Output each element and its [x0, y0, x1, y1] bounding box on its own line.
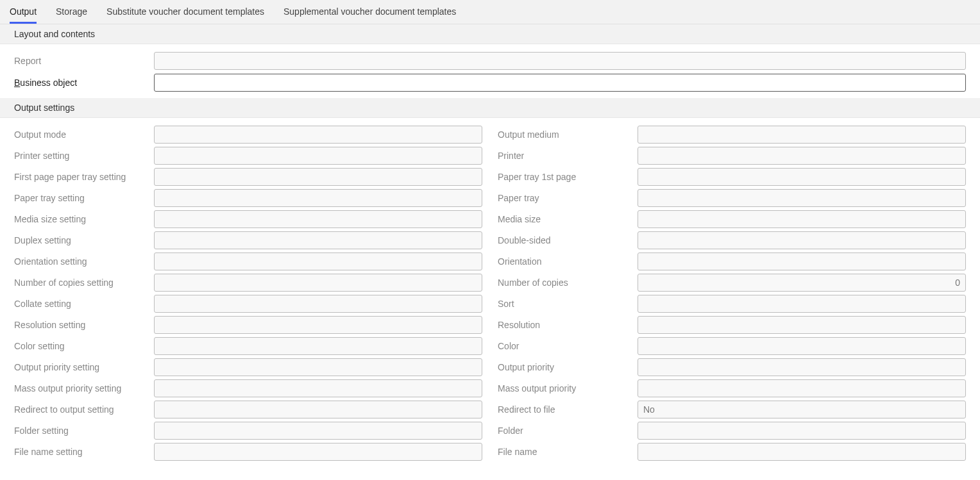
label-left-printer-setting: Printer setting: [14, 151, 149, 161]
label-right-color: Color: [498, 341, 632, 351]
layout-form: Report Business object: [0, 44, 980, 98]
input-right-resolution[interactable]: [638, 316, 966, 334]
row-right-double-sided: Double-sided: [498, 231, 966, 249]
row-left-resolution-setting: Resolution setting: [14, 316, 482, 334]
input-left-output-priority-setting[interactable]: [154, 358, 482, 376]
input-left-redirect-to-output-setting[interactable]: [154, 401, 482, 418]
row-left-collate-setting: Collate setting: [14, 295, 482, 313]
row-left-number-of-copies-setting: Number of copies setting: [14, 274, 482, 292]
label-right-folder: Folder: [498, 426, 632, 436]
input-right-file-name[interactable]: [638, 443, 966, 461]
row-left-output-priority-setting: Output priority setting: [14, 358, 482, 376]
input-left-color-setting[interactable]: [154, 337, 482, 355]
label-left-orientation-setting: Orientation setting: [14, 256, 149, 267]
label-right-media-size: Media size: [498, 214, 632, 224]
input-left-resolution-setting[interactable]: [154, 316, 482, 334]
output-settings-right-col: Output mediumPrinterPaper tray 1st pageP…: [498, 126, 966, 464]
input-left-paper-tray-setting[interactable]: [154, 189, 482, 207]
section-output-settings: Output settings: [0, 98, 980, 118]
input-right-number-of-copies[interactable]: [638, 274, 966, 292]
input-right-color[interactable]: [638, 337, 966, 355]
label-business-object: Business object: [14, 78, 149, 88]
input-left-folder-setting[interactable]: [154, 422, 482, 440]
tab-substitute-voucher[interactable]: Substitute voucher document templates: [106, 0, 264, 24]
tab-output[interactable]: Output: [10, 0, 37, 24]
label-left-duplex-setting: Duplex setting: [14, 235, 149, 245]
label-left-paper-tray-setting: Paper tray setting: [14, 193, 149, 203]
input-right-mass-output-priority[interactable]: [638, 379, 966, 397]
label-left-resolution-setting: Resolution setting: [14, 320, 149, 330]
row-left-media-size-setting: Media size setting: [14, 210, 482, 228]
row-right-sort: Sort: [498, 295, 966, 313]
input-right-media-size[interactable]: [638, 210, 966, 228]
input-right-output-priority[interactable]: [638, 358, 966, 376]
input-left-number-of-copies-setting[interactable]: [154, 274, 482, 292]
label-right-file-name: File name: [498, 447, 632, 457]
row-left-output-mode: Output mode: [14, 126, 482, 144]
input-right-output-medium[interactable]: [638, 126, 966, 144]
row-right-color: Color: [498, 337, 966, 355]
row-right-file-name: File name: [498, 443, 966, 461]
label-right-sort: Sort: [498, 299, 632, 309]
row-right-redirect-to-file: Redirect to file: [498, 401, 966, 418]
input-right-orientation[interactable]: [638, 252, 966, 270]
input-left-media-size-setting[interactable]: [154, 210, 482, 228]
tab-storage[interactable]: Storage: [56, 0, 87, 24]
input-right-paper-tray[interactable]: [638, 189, 966, 207]
label-right-orientation: Orientation: [498, 256, 632, 267]
row-left-redirect-to-output-setting: Redirect to output setting: [14, 401, 482, 418]
input-left-printer-setting[interactable]: [154, 147, 482, 165]
input-left-file-name-setting[interactable]: [154, 443, 482, 461]
label-right-resolution: Resolution: [498, 320, 632, 330]
input-right-printer[interactable]: [638, 147, 966, 165]
label-left-file-name-setting: File name setting: [14, 447, 149, 457]
label-left-folder-setting: Folder setting: [14, 426, 149, 436]
input-right-sort[interactable]: [638, 295, 966, 313]
input-left-first-page-paper-tray-setting[interactable]: [154, 168, 482, 186]
row-right-paper-tray: Paper tray: [498, 189, 966, 207]
label-right-output-medium: Output medium: [498, 129, 632, 140]
output-settings-grid: Output modePrinter settingFirst page pap…: [0, 118, 980, 467]
input-right-double-sided[interactable]: [638, 231, 966, 249]
row-right-paper-tray-1st-page: Paper tray 1st page: [498, 168, 966, 186]
input-left-duplex-setting[interactable]: [154, 231, 482, 249]
row-left-paper-tray-setting: Paper tray setting: [14, 189, 482, 207]
label-left-first-page-paper-tray-setting: First page paper tray setting: [14, 172, 149, 182]
input-left-orientation-setting[interactable]: [154, 252, 482, 270]
label-right-number-of-copies: Number of copies: [498, 277, 632, 288]
input-business-object[interactable]: [154, 74, 966, 92]
row-left-orientation-setting: Orientation setting: [14, 252, 482, 270]
input-left-output-mode[interactable]: [154, 126, 482, 144]
label-left-color-setting: Color setting: [14, 341, 149, 351]
row-right-printer: Printer: [498, 147, 966, 165]
section-layout-contents: Layout and contents: [0, 24, 980, 44]
row-left-first-page-paper-tray-setting: First page paper tray setting: [14, 168, 482, 186]
row-right-folder: Folder: [498, 422, 966, 440]
label-right-mass-output-priority: Mass output priority: [498, 383, 632, 393]
row-right-number-of-copies: Number of copies: [498, 274, 966, 292]
input-left-collate-setting[interactable]: [154, 295, 482, 313]
row-left-folder-setting: Folder setting: [14, 422, 482, 440]
label-left-mass-output-priority-setting: Mass output priority setting: [14, 383, 149, 393]
label-left-number-of-copies-setting: Number of copies setting: [14, 277, 149, 288]
input-report[interactable]: [154, 52, 966, 70]
row-left-duplex-setting: Duplex setting: [14, 231, 482, 249]
row-right-output-priority: Output priority: [498, 358, 966, 376]
input-right-paper-tray-1st-page[interactable]: [638, 168, 966, 186]
row-right-media-size: Media size: [498, 210, 966, 228]
row-right-orientation: Orientation: [498, 252, 966, 270]
label-left-output-priority-setting: Output priority setting: [14, 362, 149, 372]
row-left-color-setting: Color setting: [14, 337, 482, 355]
input-left-mass-output-priority-setting[interactable]: [154, 379, 482, 397]
row-right-output-medium: Output medium: [498, 126, 966, 144]
tab-supplemental-voucher[interactable]: Supplemental voucher document templates: [283, 0, 456, 24]
label-report: Report: [14, 56, 149, 66]
output-settings-left-col: Output modePrinter settingFirst page pap…: [14, 126, 482, 464]
row-business-object: Business object: [14, 74, 966, 92]
input-right-folder[interactable]: [638, 422, 966, 440]
label-right-paper-tray: Paper tray: [498, 193, 632, 203]
label-left-media-size-setting: Media size setting: [14, 214, 149, 224]
row-left-file-name-setting: File name setting: [14, 443, 482, 461]
label-right-redirect-to-file: Redirect to file: [498, 404, 632, 415]
input-right-redirect-to-file[interactable]: [638, 401, 966, 418]
